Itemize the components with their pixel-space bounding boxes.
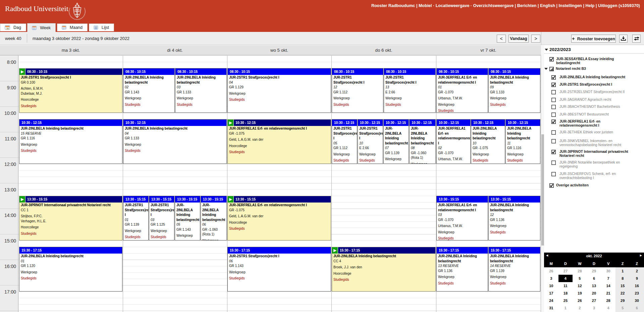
svg-text:10: 10 (7, 28, 9, 30)
